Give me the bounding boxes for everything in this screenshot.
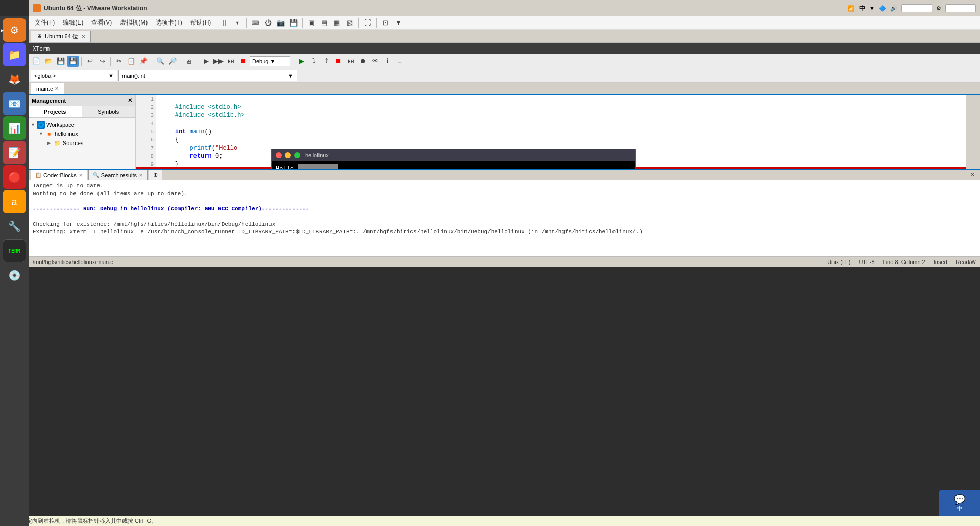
main-window: Ubuntu 64 位 - VMware Workstation ─ □ ✕ 文… [29,0,980,267]
threads-btn[interactable]: ≡ [394,56,405,67]
undo-btn[interactable]: ↩ [84,56,95,67]
dock-item-calc[interactable]: 📊 [3,116,26,140]
cut-btn[interactable]: ✂ [113,56,125,67]
terminal-maximize-btn[interactable] [294,152,300,158]
save-btn[interactable]: 💾 [55,56,66,67]
vm-tab-close[interactable]: ✕ [81,34,85,39]
tab-close-btn[interactable]: ✕ [55,86,59,91]
dock-item-red[interactable]: 🔴 [3,165,26,189]
bottom-tab-add[interactable]: ⊕ [149,170,162,180]
btab-search-close[interactable]: ✕ [139,173,143,178]
debug-step-out-btn[interactable]: ⤴ [321,56,332,67]
power-btn[interactable]: ⏻ [262,17,274,29]
view-btn4[interactable]: ▧ [344,17,355,29]
right-panel [966,95,980,169]
dock-item-settings[interactable]: ⚙ [3,18,26,42]
send-ctrl-alt-del[interactable]: ⌨ [250,17,261,29]
sidebar-tab-projects[interactable]: Projects [29,106,82,117]
dock-item-amazon[interactable]: a [3,190,26,213]
debug-more-btn[interactable]: ⏭ [345,56,356,67]
view-btn1[interactable]: ▣ [306,17,317,29]
view-btn2[interactable]: ▤ [318,17,330,29]
menu-file[interactable]: 文件(F) [31,17,59,28]
breakpoints-btn[interactable]: ⏺ [357,56,369,67]
dock-item-email[interactable]: 📧 [3,92,26,115]
debug-stop2-btn[interactable]: ⏹ [333,56,344,67]
debug-play-btn[interactable]: ▶ [296,56,307,67]
dock-item-files[interactable]: 📁 [3,43,26,66]
vmware-titlebar: Ubuntu 64 位 - VMware Workstation ─ □ ✕ [29,0,980,16]
editor-tab-mainc[interactable]: main.c ✕ [31,83,64,94]
debug-step-in-btn[interactable]: ⤵ [308,56,320,67]
bottom-tab-search[interactable]: 🔍 Search results ✕ [88,170,148,180]
watch-btn[interactable]: 👁 [370,56,381,67]
terminal-body[interactable]: Hello ██████████ Process returned 0 (0x0… [272,161,635,169]
find-all-btn[interactable]: 🔎 [167,56,178,67]
info-btn[interactable]: ℹ [382,56,393,67]
notification-bar: 要将输入定向到虚拟机，请将鼠标指针移入其中或按 Ctrl+G。 [0,516,980,526]
menu-view[interactable]: 查看(V) [87,17,116,28]
code-content[interactable]: #include <stdio.h> #include <stdlib.h> i… [156,95,249,169]
debug-dropdown[interactable]: Debug ▼ [250,56,290,66]
sidebar-tabs: Projects Symbols [29,106,135,118]
log-line-6: Checking for existence: /mnt/hgfs/hitics… [33,221,976,228]
dock-item-presentation[interactable]: 📝 [3,141,26,164]
func-dropdown[interactable]: main():int ▼ [118,70,297,81]
build-btn[interactable]: ▶ [201,56,212,67]
dock-item-tool[interactable]: 🔧 [3,214,26,238]
vm-tab[interactable]: 🖥 Ubuntu 64 位 ✕ [31,31,91,42]
sep8 [181,57,181,66]
sources-arrow: ▶ [47,140,53,146]
project-tree: ▼ 🌐 Workspace ▼ ■ hellolinux ▶ 📁 Sources [29,118,135,169]
firefox-icon: 🦊 [8,73,21,85]
find-btn[interactable]: 🔍 [155,56,166,67]
chat-widget[interactable]: 💬 中 [939,490,980,516]
btab-search-icon: 🔍 [93,172,99,178]
bottom-panel-close-btn[interactable]: ✕ [967,169,978,180]
menu-edit[interactable]: 编辑(E) [59,17,87,28]
open-btn[interactable]: 📂 [43,56,54,67]
tree-item-workspace[interactable]: ▼ 🌐 Workspace [29,120,135,129]
step-btn[interactable]: ⏭ [225,56,236,67]
menu-help[interactable]: 帮助(H) [186,17,215,28]
terminal-close-btn[interactable] [276,152,282,158]
terminal-icon: TERM [8,248,20,254]
btab-codeblocks-close[interactable]: ✕ [79,173,83,178]
view-btn3[interactable]: ▦ [331,17,342,29]
menu-tabs[interactable]: 选项卡(T) [152,17,186,28]
dropdown-btn[interactable]: ▼ [232,17,243,29]
stop-btn[interactable]: ⏹ [237,56,249,67]
terminal-hello-text: Hello [276,165,298,169]
log-line-4: -------------- Run: Debug in hellolinux … [33,205,976,213]
menu-vm[interactable]: 虚拟机(M) [116,17,152,28]
sep7 [152,57,152,66]
dock-item-dvd[interactable]: 💿 [3,264,26,287]
paste-btn[interactable]: 📌 [138,56,149,67]
pause-btn[interactable]: ⏸ [219,17,230,29]
tray-input-field2[interactable] [945,4,976,12]
scope-dropdown[interactable]: <global> ▼ [31,70,117,81]
dock-item-terminal[interactable]: TERM [3,239,26,262]
tray-input-field[interactable] [901,4,932,12]
tree-item-sources[interactable]: ▶ 📁 Sources [29,138,135,148]
run-btn[interactable]: ▶▶ [213,56,224,67]
print-btn[interactable]: 🖨 [184,56,195,67]
stretch-btn[interactable]: ⊡ [380,17,391,29]
snapshot2-btn[interactable]: 💾 [288,17,299,29]
copy-btn[interactable]: 📋 [126,56,137,67]
stretch-btn2[interactable]: ▼ [393,17,404,29]
bottom-tab-codeblocks[interactable]: 📋 Code::Blocks ✕ [31,170,87,180]
tray-bluetooth-icon: 🔷 [879,5,886,12]
log-line-3 [33,198,976,205]
dock-item-firefox[interactable]: 🦊 [3,67,26,91]
tree-item-project[interactable]: ▼ ■ hellolinux [29,129,135,138]
terminal-minimize-btn[interactable] [285,152,291,158]
redo-btn[interactable]: ↪ [96,56,108,67]
fullscreen-btn[interactable]: ⛶ [362,17,373,29]
cb-toolbar-1: 📄 📂 💾 💾 ↩ ↪ ✂ 📋 📌 🔍 🔎 🖨 ▶ ▶▶ ⏭ ⏹ Debug [29,54,980,68]
new-btn[interactable]: 📄 [31,56,42,67]
snapshot-btn[interactable]: 📷 [275,17,286,29]
sidebar-tab-symbols[interactable]: Symbols [82,106,136,117]
sidebar-close-icon[interactable]: ✕ [128,97,132,104]
save-all-btn[interactable]: 💾 [67,56,79,67]
